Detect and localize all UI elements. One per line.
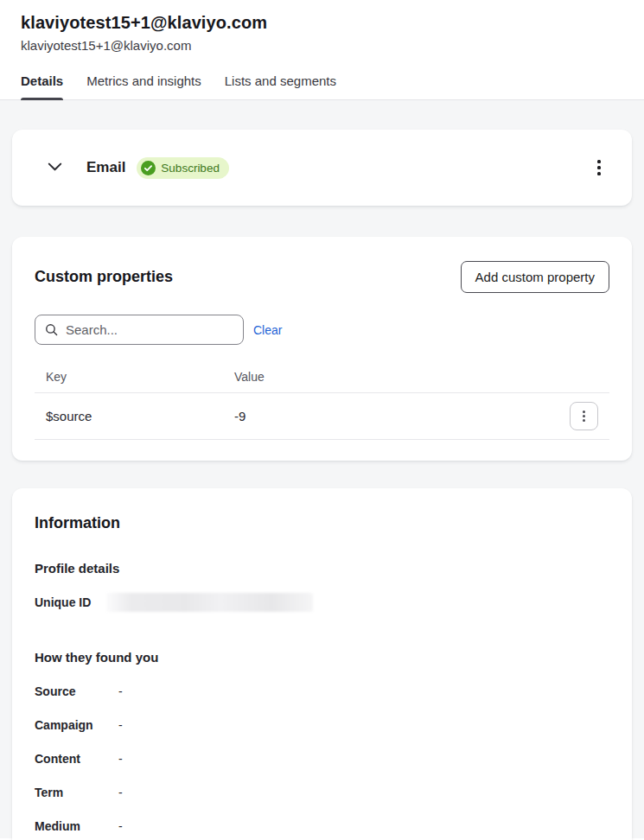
profile-details-heading: Profile details xyxy=(35,561,609,576)
expand-email-button[interactable] xyxy=(43,156,66,179)
page-content: Email Subscribed Custom properties Add c… xyxy=(0,100,644,838)
medium-row: Medium - xyxy=(35,819,609,833)
information-card: Information Profile details Unique ID Ho… xyxy=(12,488,632,840)
column-header-key: Key xyxy=(46,370,234,384)
campaign-label: Campaign xyxy=(35,718,118,732)
table-header-row: Key Value xyxy=(35,360,609,392)
check-circle-icon xyxy=(141,161,156,175)
custom-properties-title: Custom properties xyxy=(35,268,173,286)
search-input[interactable] xyxy=(35,315,244,345)
source-label: Source xyxy=(35,684,118,698)
term-value: - xyxy=(118,786,123,799)
add-custom-property-button[interactable]: Add custom property xyxy=(461,261,609,293)
information-title: Information xyxy=(35,514,609,532)
tab-metrics-and-insights[interactable]: Metrics and insights xyxy=(86,72,201,99)
kebab-icon xyxy=(583,410,585,413)
unique-id-row: Unique ID xyxy=(35,593,609,612)
how-they-found-you-heading: How they found you xyxy=(35,650,609,665)
chevron-down-icon xyxy=(45,156,65,179)
source-row: Source - xyxy=(35,684,609,698)
medium-label: Medium xyxy=(35,819,118,833)
source-value: - xyxy=(118,684,123,698)
property-value: -9 xyxy=(234,409,245,423)
column-header-value: Value xyxy=(234,370,265,384)
content-row: Content - xyxy=(35,752,609,766)
tab-bar: Details Metrics and insights Lists and s… xyxy=(0,72,644,100)
content-value: - xyxy=(118,752,123,766)
divider xyxy=(35,439,609,440)
custom-properties-table: Key Value $source -9 xyxy=(35,360,609,440)
page-subtitle: klaviyotest15+1@klaviyo.com xyxy=(21,38,623,54)
table-row: $source -9 xyxy=(35,393,609,439)
term-label: Term xyxy=(35,786,118,799)
property-options-button[interactable] xyxy=(570,402,598,430)
unique-id-redacted-value xyxy=(106,593,313,612)
status-badge: Subscribed xyxy=(137,157,229,179)
unique-id-label: Unique ID xyxy=(35,595,106,609)
email-channel-title: Email xyxy=(86,159,125,176)
search-box xyxy=(35,315,244,345)
email-channel-card: Email Subscribed xyxy=(12,130,632,206)
page-title: klaviyotest15+1@klaviyo.com xyxy=(21,11,623,34)
term-row: Term - xyxy=(35,786,609,799)
campaign-row: Campaign - xyxy=(35,718,609,732)
tab-lists-and-segments[interactable]: Lists and segments xyxy=(225,72,336,99)
tab-details[interactable]: Details xyxy=(21,72,63,99)
profile-header: klaviyotest15+1@klaviyo.com klaviyotest1… xyxy=(0,0,644,54)
content-label: Content xyxy=(35,752,118,766)
property-key: $source xyxy=(46,409,234,423)
kebab-icon xyxy=(597,160,601,163)
custom-properties-card: Custom properties Add custom property Cl… xyxy=(12,237,632,461)
email-options-button[interactable] xyxy=(592,156,606,178)
campaign-value: - xyxy=(118,718,123,732)
clear-search-link[interactable]: Clear xyxy=(253,323,282,337)
status-badge-label: Subscribed xyxy=(161,162,220,175)
medium-value: - xyxy=(118,819,123,833)
